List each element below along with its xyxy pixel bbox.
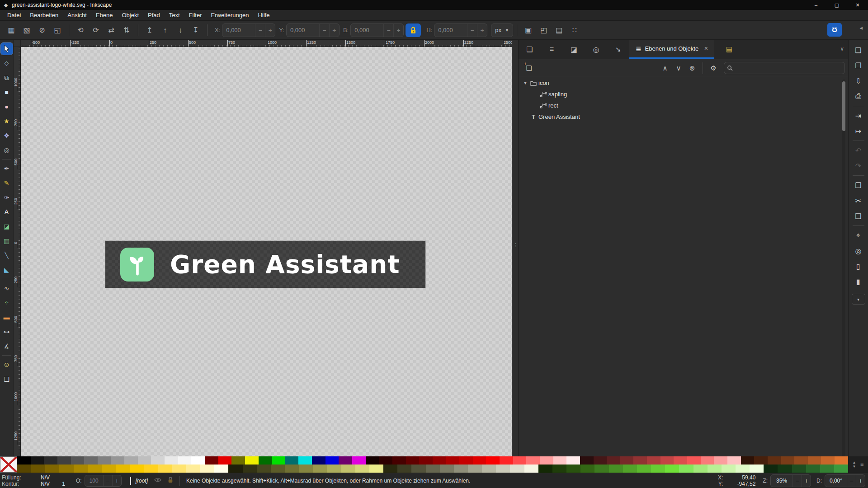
color-swatch[interactable] xyxy=(214,465,228,473)
height-field[interactable]: 0,000−+ xyxy=(434,23,487,37)
raise[interactable]: ↑ xyxy=(157,23,173,37)
calligraphy-tool[interactable]: ✑ xyxy=(1,192,13,203)
dock-divider[interactable]: ⋮⋮ xyxy=(512,40,518,456)
redo[interactable]: ↷ xyxy=(852,160,865,172)
color-swatch[interactable] xyxy=(708,465,722,473)
color-swatch[interactable] xyxy=(45,465,59,473)
stroke-width-value[interactable]: 1 xyxy=(52,481,65,487)
color-swatch[interactable] xyxy=(660,456,674,465)
tab-export[interactable]: ▤ xyxy=(718,40,740,59)
color-swatch[interactable] xyxy=(243,465,257,473)
color-swatch[interactable] xyxy=(736,465,750,473)
save-document[interactable]: ⇩ xyxy=(852,75,865,87)
color-swatch[interactable] xyxy=(326,456,339,465)
layer-row-icon[interactable]: ▼icon xyxy=(519,77,838,89)
color-swatch[interactable] xyxy=(426,465,440,473)
lower-to-bottom[interactable]: ↧ xyxy=(188,23,203,37)
color-swatch[interactable] xyxy=(651,465,665,473)
color-swatch[interactable] xyxy=(339,456,352,465)
color-swatch[interactable] xyxy=(158,465,172,473)
color-swatch[interactable] xyxy=(794,456,808,465)
color-swatch[interactable] xyxy=(526,456,540,465)
layer-row-sapling[interactable]: sapling xyxy=(519,89,838,100)
color-swatch[interactable] xyxy=(186,465,200,473)
color-swatch[interactable] xyxy=(538,465,552,473)
color-swatch[interactable] xyxy=(674,456,687,465)
color-swatch[interactable] xyxy=(594,465,609,473)
y-minus[interactable]: − xyxy=(319,24,329,37)
tab-clones[interactable]: ◎ xyxy=(585,40,607,59)
color-swatch[interactable] xyxy=(665,465,679,473)
dropper-tool[interactable]: ╲ xyxy=(1,249,13,261)
color-swatch[interactable] xyxy=(383,465,397,473)
close-button[interactable]: ✕ xyxy=(847,0,868,10)
mesh-gradient-tool[interactable]: ▦ xyxy=(1,235,13,247)
color-swatch[interactable] xyxy=(259,456,272,465)
lock-aspect-ratio-toggle[interactable] xyxy=(406,23,421,37)
rotate-ccw[interactable]: ⟲ xyxy=(73,23,88,37)
menu-ansicht[interactable]: Ansicht xyxy=(63,10,91,20)
deselect[interactable]: ⊘ xyxy=(34,23,50,37)
color-swatch[interactable] xyxy=(473,456,486,465)
zoom-plus[interactable]: + xyxy=(802,474,811,487)
color-swatch[interactable] xyxy=(369,465,383,473)
color-swatch[interactable] xyxy=(355,465,369,473)
x-plus[interactable]: + xyxy=(265,24,275,37)
x-field[interactable]: 0,000−+ xyxy=(222,23,275,37)
color-swatch[interactable] xyxy=(130,465,144,473)
add-layer-button[interactable]: ❏ + xyxy=(522,62,536,75)
color-swatch[interactable] xyxy=(486,456,500,465)
menu-hilfe[interactable]: Hilfe xyxy=(253,10,274,20)
color-swatch[interactable] xyxy=(406,456,420,465)
export-image[interactable]: ↦ xyxy=(852,125,865,137)
color-swatch[interactable] xyxy=(298,456,312,465)
color-swatch[interactable] xyxy=(172,465,186,473)
sapling-icon[interactable] xyxy=(120,248,154,282)
text-tool[interactable]: A xyxy=(1,206,13,218)
expander-icon[interactable]: ▼ xyxy=(522,81,528,85)
x-minus[interactable]: − xyxy=(255,24,265,37)
color-swatch[interactable] xyxy=(366,456,379,465)
print-document[interactable]: ⎙ xyxy=(852,90,865,103)
delete-object-button[interactable]: ⊗ xyxy=(685,62,699,75)
shape-builder-tool[interactable]: ⧉ xyxy=(1,72,13,84)
color-swatch[interactable] xyxy=(764,465,778,473)
tab-fill-stroke[interactable]: ◪ xyxy=(563,40,585,59)
opacity-minus[interactable]: − xyxy=(103,475,112,487)
select-all[interactable]: ▦ xyxy=(4,23,19,37)
color-swatch[interactable] xyxy=(17,465,31,473)
color-swatch[interactable] xyxy=(580,456,594,465)
commandbar-more[interactable]: ▾ xyxy=(852,294,865,305)
menu-text[interactable]: Text xyxy=(165,10,184,20)
color-swatch[interactable] xyxy=(834,465,848,473)
color-swatch[interactable] xyxy=(806,465,820,473)
node-tool[interactable]: ⬦ xyxy=(1,57,13,69)
horizontal-ruler[interactable]: -500-25002505007501000125015001750200022… xyxy=(21,40,512,47)
flip-vertical[interactable]: ⇅ xyxy=(119,23,134,37)
flip-horizontal[interactable]: ⇄ xyxy=(104,23,119,37)
color-swatch[interactable] xyxy=(741,456,755,465)
color-swatch[interactable] xyxy=(88,465,102,473)
color-swatch[interactable] xyxy=(379,456,392,465)
color-swatch[interactable] xyxy=(446,456,460,465)
color-swatch[interactable] xyxy=(768,456,781,465)
snapping-toggle[interactable]: Ω xyxy=(827,23,842,37)
scale-corners-toggle[interactable]: ◰ xyxy=(536,23,552,37)
color-swatch[interactable] xyxy=(781,456,795,465)
move-up-button[interactable]: ∧ xyxy=(658,62,672,75)
undo[interactable]: ↶ xyxy=(852,144,865,157)
zoom-field[interactable]: 35% − + xyxy=(770,474,811,487)
color-swatch[interactable] xyxy=(821,456,835,465)
color-swatch[interactable] xyxy=(285,465,299,473)
color-swatch[interactable] xyxy=(778,465,792,473)
menu-bearbeiten[interactable]: Bearbeiten xyxy=(25,10,63,20)
color-swatch[interactable] xyxy=(440,465,454,473)
spiral-tool[interactable]: ◎ xyxy=(1,144,13,156)
color-swatch[interactable] xyxy=(820,465,834,473)
canvas[interactable]: Green Assistant xyxy=(21,47,512,456)
color-swatch[interactable] xyxy=(124,456,138,465)
tweak-tool[interactable]: ∿ xyxy=(1,282,13,294)
height-minus[interactable]: − xyxy=(467,24,477,37)
measure-tool[interactable]: ∡ xyxy=(1,340,13,352)
color-swatch[interactable] xyxy=(454,465,468,473)
